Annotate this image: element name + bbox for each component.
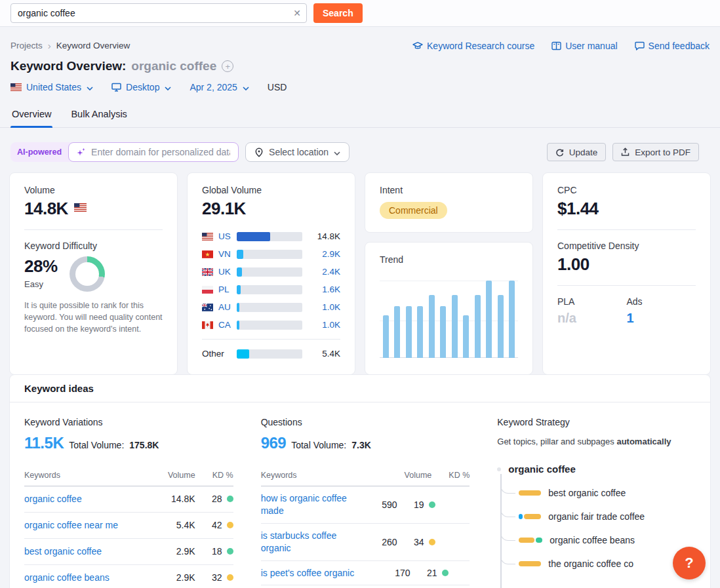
device-filter-dropdown[interactable]: Desktop: [111, 82, 171, 92]
au-flag-icon: [202, 304, 213, 311]
graduation-cap-icon: [412, 41, 423, 50]
update-button[interactable]: Update: [547, 143, 607, 161]
page-title-prefix: Keyword Overview:: [10, 59, 126, 73]
table-row: best organic coffee 2.9K 18: [24, 539, 233, 565]
topic-pill: [519, 561, 541, 566]
ai-powered-badge: AI-powered: [10, 147, 68, 157]
keyword-research-course-link[interactable]: Keyword Research course: [412, 41, 534, 51]
kd-dot: [442, 570, 449, 576]
other-volume-value: 5.4K: [310, 349, 340, 359]
pla-label: PLA: [557, 296, 627, 307]
domain-input[interactable]: [91, 147, 230, 157]
variations-count[interactable]: 11.5K: [24, 434, 64, 452]
tab-bar: Overview Bulk Analysis: [0, 109, 720, 128]
trend-chart: [380, 281, 518, 358]
search-box: ✕: [10, 3, 307, 23]
add-keyword-icon[interactable]: +: [222, 60, 233, 72]
country-volume-value[interactable]: 2.4K: [310, 267, 340, 277]
volume-cell: 14.8K: [157, 494, 195, 504]
location-pin-icon: [254, 147, 264, 157]
country-link[interactable]: UK: [218, 267, 231, 277]
send-feedback-link[interactable]: Send feedback: [635, 41, 710, 51]
country-link[interactable]: PL: [218, 284, 230, 294]
strategy-child-node[interactable]: the organic coffee co: [519, 559, 696, 569]
pla-value: n/a: [557, 311, 627, 326]
country-link[interactable]: AU: [218, 302, 231, 312]
country-filter-label: United States: [26, 82, 81, 92]
ads-value[interactable]: 1: [627, 311, 696, 326]
table-header: Keywords Volume KD %: [24, 467, 233, 486]
page-title-keyword: organic coffee: [131, 59, 216, 73]
volume-cell: 170: [372, 568, 410, 578]
country-volume-value[interactable]: 1.0K: [310, 320, 340, 330]
tab-bulk-analysis[interactable]: Bulk Analysis: [70, 109, 128, 127]
cpc-value: $1.44: [557, 199, 696, 219]
country-link[interactable]: VN: [218, 249, 231, 259]
feedback-link-label: Send feedback: [649, 41, 710, 51]
keyword-link[interactable]: best organic coffee: [24, 545, 157, 558]
trend-bar: [509, 281, 515, 358]
questions-count[interactable]: 969: [261, 434, 287, 452]
country-filter-dropdown[interactable]: United States: [10, 82, 93, 92]
keyword-link[interactable]: how is organic coffee made: [261, 492, 359, 517]
country-link[interactable]: US: [218, 231, 231, 241]
country-volume-bar: [237, 321, 302, 330]
book-icon: [551, 41, 561, 50]
date-filter-dropdown[interactable]: Apr 2, 2025: [190, 82, 249, 92]
child-node-label: organic coffee beans: [550, 535, 635, 545]
keyword-overview-page: ✕ Search Projects › Keyword Overview Key…: [0, 0, 720, 588]
table-row: organic coffee 14.8K 28: [24, 486, 233, 513]
ai-domain-widget: AI-powered: [10, 142, 239, 162]
help-button[interactable]: ?: [673, 547, 706, 579]
table-row: organic coffee near me 5.4K 42: [24, 513, 233, 539]
search-input[interactable]: [10, 3, 307, 23]
strategy-child-node[interactable]: organic coffee beans: [519, 535, 696, 545]
intent-card: Intent Commercial: [365, 172, 533, 233]
export-button-label: Export to PDF: [635, 147, 690, 157]
breadcrumb-projects[interactable]: Projects: [10, 41, 43, 50]
pl-flag-icon: [202, 286, 213, 294]
root-node-dot-icon: [497, 467, 501, 471]
select-location-dropdown[interactable]: Select location: [245, 142, 350, 162]
trend-bar: [463, 315, 469, 358]
keyword-link[interactable]: is starbucks coffee organic: [261, 530, 359, 555]
clear-search-icon[interactable]: ✕: [293, 7, 301, 19]
global-volume-card: Global Volume 29.1K US 14.8K VN 2.9K UK …: [187, 172, 355, 375]
date-filter-label: Apr 2, 2025: [190, 82, 237, 92]
strategy-root-node[interactable]: organic coffee: [497, 463, 696, 475]
other-volume-bar: [237, 349, 302, 359]
tab-overview[interactable]: Overview: [10, 109, 52, 127]
global-volume-value: 29.1K: [202, 199, 340, 219]
trend-bar: [394, 306, 400, 358]
user-manual-link[interactable]: User manual: [551, 41, 617, 51]
us-flag-icon: [74, 203, 87, 212]
trend-bar: [406, 306, 412, 358]
domain-input-wrap: [68, 142, 239, 162]
country-volume-value[interactable]: 1.0K: [310, 302, 340, 312]
course-link-label: Keyword Research course: [427, 41, 534, 51]
keyword-link[interactable]: organic coffee: [24, 493, 157, 505]
search-button[interactable]: Search: [313, 3, 363, 23]
strategy-child-node[interactable]: organic fair trade coffee: [519, 511, 696, 522]
country-volume-value[interactable]: 2.9K: [310, 249, 340, 259]
country-link[interactable]: CA: [218, 320, 231, 330]
questions-total-value: 7.3K: [351, 440, 371, 450]
export-pdf-button[interactable]: Export to PDF: [612, 143, 699, 161]
refresh-icon: [555, 148, 564, 157]
strategy-child-node[interactable]: best organic coffee: [519, 488, 696, 498]
root-node-label: organic coffee: [508, 463, 576, 475]
chevron-down-icon: [165, 82, 171, 92]
volume-card: Volume 14.8K Keyword Difficulty 28% Easy…: [9, 172, 178, 375]
trend-bar: [498, 295, 504, 358]
breadcrumb-current: Keyword Overview: [56, 41, 130, 50]
child-node-label: best organic coffee: [548, 488, 626, 498]
country-volume-bar: [237, 285, 302, 294]
kd-cell: 18: [195, 546, 233, 557]
keyword-link[interactable]: organic coffee beans: [24, 572, 157, 584]
table-row: is starbucks coffee organic 260 34: [261, 524, 470, 561]
keyword-link[interactable]: organic coffee near me: [24, 519, 157, 532]
country-volume-value[interactable]: 1.6K: [310, 284, 340, 294]
keyword-link[interactable]: is peet's coffee organic: [261, 567, 372, 579]
country-volume-bar: [237, 267, 302, 277]
volume-cell: 2.9K: [157, 546, 195, 557]
